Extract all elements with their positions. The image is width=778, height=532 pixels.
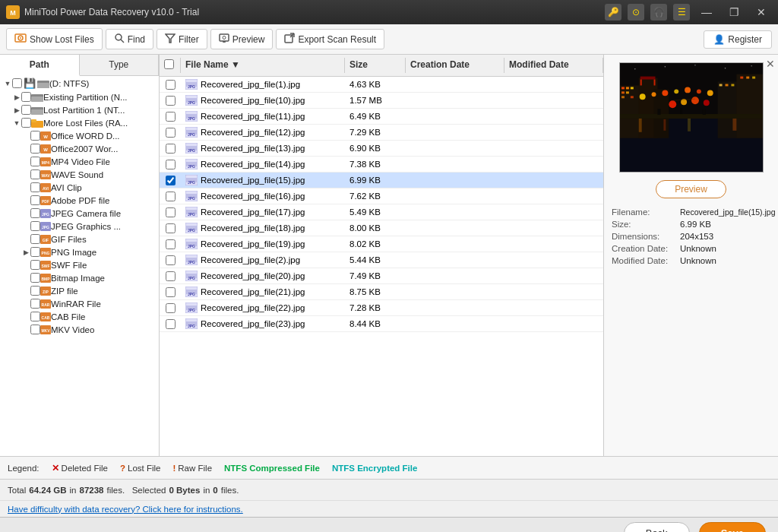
tree-item-avi[interactable]: AVI AVI Clip [0, 181, 159, 194]
close-preview-button[interactable]: ✕ [766, 58, 775, 70]
tab-path[interactable]: Path [0, 55, 80, 76]
tree-item-jpeg-graphics[interactable]: JPG JPEG Graphics ... [0, 220, 159, 233]
tree-checkbox-lost[interactable] [21, 105, 31, 115]
file-checkbox[interactable] [166, 128, 176, 138]
svg-point-118 [639, 93, 645, 100]
tree-item-zip[interactable]: ZIP ZIP file [0, 284, 159, 297]
file-row[interactable]: JPGRecovered_jpg_file(21).jpg8.75 KB [160, 284, 603, 300]
file-row[interactable]: JPGRecovered_jpg_file(2).jpg5.44 KB [160, 252, 603, 268]
tree-checkbox-wave[interactable] [30, 169, 40, 179]
tree-checkbox-gif[interactable] [30, 234, 40, 244]
file-checkbox[interactable] [166, 255, 176, 265]
file-row[interactable]: JPGRecovered_jpg_file(20).jpg7.49 KB [160, 268, 603, 284]
tab-type[interactable]: Type [80, 55, 160, 75]
file-check-cell [160, 109, 181, 124]
tree-checkbox-winrar[interactable] [30, 299, 40, 309]
file-checkbox[interactable] [166, 223, 176, 233]
save-button[interactable]: Save [699, 522, 766, 532]
tree-item-d-ntfs[interactable]: ▼ 💾 (D: NTFS) [0, 76, 159, 90]
tree-checkbox-swf[interactable] [30, 260, 40, 270]
tree-checkbox-cab[interactable] [30, 312, 40, 321]
tree-checkbox-bitmap[interactable] [30, 273, 40, 283]
tree-checkbox-existing[interactable] [21, 92, 31, 102]
tree-item-bitmap[interactable]: BMP Bitmap Image [0, 271, 159, 284]
file-checkbox[interactable] [166, 144, 176, 154]
help-link[interactable]: Have difficulty with data recovery? Clic… [8, 505, 243, 514]
preview-toolbar-button[interactable]: Preview [210, 29, 274, 49]
file-row[interactable]: JPGRecovered_jpg_file(13).jpg6.90 KB [160, 141, 603, 157]
maximize-button[interactable]: ❐ [723, 4, 745, 21]
tree-item-pdf[interactable]: PDF Adobe PDF file [0, 194, 159, 207]
tree-item-png[interactable]: ▶ PNG PNG Image [0, 245, 159, 258]
file-row[interactable]: JPGRecovered_jpg_file(11).jpg6.49 KB [160, 109, 603, 125]
file-row[interactable]: JPGRecovered_jpg_file(23).jpg8.44 KB [160, 316, 603, 332]
tree-checkbox-mkv[interactable] [30, 325, 40, 334]
file-checkbox[interactable] [166, 80, 176, 90]
tree-item-gif[interactable]: GIF GIF Files [0, 233, 159, 245]
file-row[interactable]: JPGRecovered_jpg_file(19).jpg8.02 KB [160, 236, 603, 252]
tree-item-winrar[interactable]: RAR WinRAR File [0, 297, 159, 310]
menu-icon[interactable]: ☰ [673, 4, 690, 21]
tree-checkbox-office2007[interactable] [30, 144, 40, 154]
tree-checkbox-png[interactable] [30, 247, 40, 257]
file-checkbox[interactable] [166, 287, 176, 297]
file-row[interactable]: JPGRecovered_jpg_file(12).jpg7.29 KB [160, 125, 603, 141]
file-row[interactable]: JPGRecovered_jpg_file(1).jpg4.63 KB [160, 77, 603, 93]
tree-item-cab[interactable]: CAB CAB File [0, 310, 159, 323]
find-button[interactable]: Find [106, 29, 153, 49]
file-row[interactable]: JPGRecovered_jpg_file(18).jpg8.00 KB [160, 220, 603, 236]
file-checkbox[interactable] [166, 160, 176, 169]
file-row[interactable]: JPGRecovered_jpg_file(17).jpg5.49 KB [160, 204, 603, 220]
jpg-file-icon: JPG [185, 318, 198, 329]
close-button[interactable]: ✕ [751, 4, 772, 21]
tree-item-jpeg-camera[interactable]: JPG JPEG Camera file [0, 207, 159, 220]
tree-item-office2007[interactable]: W Office2007 Wor... [0, 142, 159, 155]
file-checkbox[interactable] [166, 207, 176, 217]
tree-item-swf[interactable]: SWF SWF File [0, 258, 159, 271]
file-checkbox[interactable] [166, 319, 176, 329]
file-row[interactable]: JPGRecovered_jpg_file(10).jpg1.57 MB [160, 93, 603, 109]
file-checkbox[interactable] [166, 96, 176, 106]
sort-icon[interactable]: ▼ [231, 59, 240, 70]
tree-checkbox-more-lost[interactable] [21, 118, 31, 128]
tree-checkbox-zip[interactable] [30, 286, 40, 296]
file-row[interactable]: JPGRecovered_jpg_file(22).jpg7.28 KB [160, 300, 603, 316]
tree-checkbox-d-ntfs[interactable] [12, 78, 22, 88]
export-scan-result-button[interactable]: Export Scan Result [276, 29, 384, 49]
show-lost-files-button[interactable]: Show Lost Files [6, 28, 103, 50]
tree-item-lost-part[interactable]: ▶ Lost Partition 1 (NT... [0, 103, 159, 116]
tree-checkbox-jpeg-camera[interactable] [30, 208, 40, 218]
back-button[interactable]: Back [624, 522, 690, 532]
file-checkbox[interactable] [166, 239, 176, 249]
statusbar-selected-size: 0 Bytes [169, 486, 200, 495]
circle-icon[interactable]: ⊙ [628, 4, 644, 21]
tree-checkbox-mp4[interactable] [30, 157, 40, 166]
tree-checkbox-jpeg-graphics[interactable] [30, 221, 40, 231]
key-icon[interactable]: 🔑 [605, 4, 621, 21]
tree-item-more-lost[interactable]: ▼ More Lost Files (RA... [0, 116, 159, 129]
tree-item-mkv[interactable]: MKV MKV Video [0, 323, 159, 336]
file-checkbox[interactable] [166, 176, 176, 185]
select-all-checkbox[interactable] [164, 59, 174, 69]
register-button[interactable]: 👤 Register [704, 30, 772, 49]
preview-action-button[interactable]: Preview [656, 180, 726, 198]
tree-item-existing-part[interactable]: ▶ Existing Partition (N... [0, 90, 159, 103]
file-row[interactable]: JPGRecovered_jpg_file(14).jpg7.38 KB [160, 157, 603, 173]
tab-header: Path Type [0, 55, 159, 76]
tree-item-office-word[interactable]: W Office WORD D... [0, 129, 159, 142]
minimize-button[interactable]: — [696, 4, 717, 21]
file-checkbox[interactable] [166, 303, 176, 313]
file-checkbox[interactable] [166, 271, 176, 281]
tree-checkbox-office-word[interactable] [30, 131, 40, 141]
file-row[interactable]: JPGRecovered_jpg_file(15).jpg6.99 KB [160, 173, 603, 188]
tree-checkbox-pdf[interactable] [30, 195, 40, 205]
filter-button[interactable]: Filter [157, 29, 207, 49]
tree-item-mp4[interactable]: MP4 MP4 Video File [0, 155, 159, 168]
file-checkbox[interactable] [166, 112, 176, 122]
svg-text:JPG: JPG [188, 180, 195, 185]
tree-item-wave[interactable]: WAV WAVE Sound [0, 168, 159, 181]
tree-checkbox-avi[interactable] [30, 182, 40, 192]
file-row[interactable]: JPGRecovered_jpg_file(16).jpg7.62 KB [160, 188, 603, 204]
headphone-icon[interactable]: 🎧 [650, 4, 667, 21]
file-checkbox[interactable] [166, 192, 176, 201]
